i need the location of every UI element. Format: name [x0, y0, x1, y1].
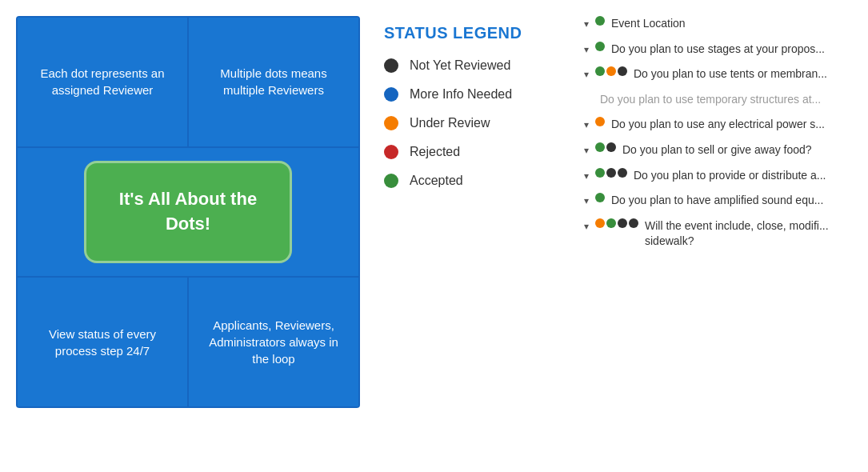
checklist-item[interactable]: ▾Do you plan to use stages at your propo… [584, 42, 860, 58]
chevron-down-icon: ▾ [584, 170, 589, 183]
status-dot-icon [618, 168, 627, 178]
left-panel: Each dot represents an assigned Reviewer… [0, 0, 376, 472]
dots-row [595, 142, 618, 152]
dot-red-icon [384, 145, 398, 159]
status-dot-icon [595, 42, 605, 51]
dots-row [595, 42, 606, 51]
checklist-item-text: Do you plan to use temporary structures … [600, 92, 821, 108]
checklist-item[interactable]: ▾Do you plan to provide or distribute a.… [584, 168, 860, 184]
chevron-down-icon: ▾ [584, 194, 589, 208]
status-dot-icon [629, 218, 638, 228]
checklist-item-text: Event Location [611, 16, 686, 32]
checklist-item[interactable]: ▾Do you plan to sell or give away food? [584, 142, 860, 158]
dots-row [595, 193, 606, 202]
top-right-cell: Multiple dots means multiple Reviewers [189, 18, 358, 146]
bottom-left-cell: View status of every process step 24/7 [18, 278, 187, 406]
legend-item-more-info: More Info Needed [384, 87, 512, 102]
dot-orange-icon [384, 116, 398, 130]
checklist-item[interactable]: ▾Do you plan to use tents or membran... [584, 66, 860, 82]
legend-item-accepted: Accepted [384, 174, 463, 188]
bottom-right-cell: Applicants, Reviewers, Administrators al… [189, 278, 358, 406]
dots-row [595, 218, 640, 228]
checklist-item[interactable]: ▾Do you plan to have amplified sound equ… [584, 193, 860, 209]
checklist-item-text: Do you plan to use any electrical power … [611, 117, 825, 133]
center-cell: It's All About the Dots! [18, 148, 358, 277]
status-dot-icon [618, 218, 627, 228]
status-dot-icon [618, 66, 627, 76]
chevron-down-icon: ▾ [584, 118, 589, 132]
bottom-left-text: View status of every process step 24/7 [30, 326, 174, 359]
checklist-item-text: Do you plan to provide or distribute a..… [634, 168, 826, 184]
status-dot-icon [606, 142, 616, 152]
checklist-item-text: Do you plan to use stages at your propos… [611, 42, 825, 58]
dots-row [595, 168, 629, 178]
chevron-down-icon: ▾ [584, 43, 589, 57]
top-right-text: Multiple dots means multiple Reviewers [202, 65, 346, 98]
status-dot-icon [595, 193, 605, 202]
legend-label-under-review: Under Review [410, 116, 490, 130]
checklist-item[interactable]: ▾Event Location [584, 16, 860, 32]
status-dot-icon [606, 66, 616, 76]
top-left-cell: Each dot represents an assigned Reviewer [18, 18, 187, 146]
checklist-item[interactable]: Do you plan to use temporary structures … [584, 92, 860, 108]
dots-row [595, 117, 606, 126]
top-left-text: Each dot represents an assigned Reviewer [30, 65, 174, 98]
legend-label-more-info: More Info Needed [410, 87, 512, 102]
dot-green-icon [384, 174, 398, 188]
chevron-down-icon: ▾ [584, 68, 589, 82]
center-text: It's All About the Dots! [119, 189, 257, 234]
status-dot-icon [595, 142, 605, 152]
bottom-right-text: Applicants, Reviewers, Administrators al… [202, 317, 346, 367]
dots-row [595, 66, 629, 76]
checklist-item-text: Will the event include, close, modifi...… [645, 218, 860, 250]
dots-row [595, 16, 606, 26]
status-dot-icon [606, 168, 616, 178]
status-dot-icon [595, 66, 605, 76]
status-dot-icon [595, 218, 605, 228]
legend-item-rejected: Rejected [384, 145, 460, 159]
legend-label-rejected: Rejected [410, 145, 460, 159]
status-dot-icon [595, 168, 605, 178]
dots-grid: Each dot represents an assigned Reviewer… [16, 16, 360, 408]
legend-label-accepted: Accepted [410, 174, 463, 188]
status-dot-icon [595, 117, 605, 126]
checklist-item[interactable]: ▾Do you plan to use any electrical power… [584, 117, 860, 133]
checklist-panel: ▾Event Location▾Do you plan to use stage… [584, 0, 868, 472]
chevron-down-icon: ▾ [584, 220, 589, 234]
chevron-down-icon: ▾ [584, 144, 589, 158]
status-dot-icon [595, 16, 605, 26]
legend-item-not-reviewed: Not Yet Reviewed [384, 58, 510, 73]
status-dot-icon [606, 218, 616, 228]
legend-item-under-review: Under Review [384, 116, 490, 130]
center-box: It's All About the Dots! [84, 161, 292, 263]
chevron-down-icon: ▾ [584, 18, 589, 31]
checklist-item-text: Do you plan to use tents or membran... [634, 66, 827, 82]
dot-blue-icon [384, 87, 398, 102]
checklist-item[interactable]: ▾Will the event include, close, modifi..… [584, 218, 860, 250]
status-legend-title: STATUS LEGEND [384, 24, 522, 42]
status-legend-panel: STATUS LEGEND Not Yet Reviewed More Info… [376, 0, 584, 472]
legend-label-not-reviewed: Not Yet Reviewed [410, 58, 510, 73]
dot-dark-icon [384, 58, 398, 73]
checklist-item-text: Do you plan to sell or give away food? [622, 142, 812, 158]
checklist-item-text: Do you plan to have amplified sound equ.… [611, 193, 823, 209]
